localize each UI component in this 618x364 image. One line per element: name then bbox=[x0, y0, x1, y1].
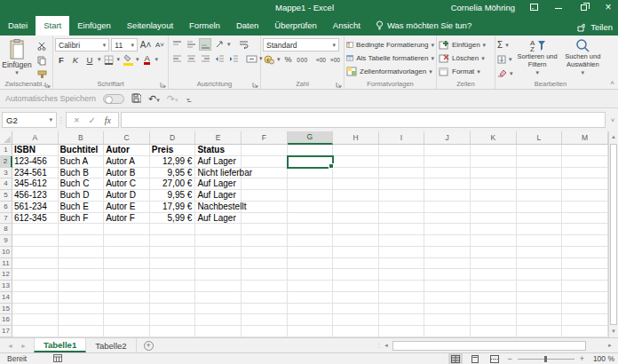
cell-B5[interactable]: Buch D bbox=[59, 190, 105, 202]
cell-J15[interactable] bbox=[424, 304, 471, 315]
zoom-slider-thumb[interactable] bbox=[544, 356, 547, 362]
cell-A16[interactable] bbox=[12, 314, 59, 326]
cell-B2[interactable]: Buch A bbox=[59, 156, 105, 168]
cell-L12[interactable] bbox=[517, 269, 563, 281]
zoom-slider[interactable] bbox=[518, 359, 574, 360]
autosave-toggle[interactable] bbox=[103, 94, 124, 104]
cell-A4[interactable]: 345-612 bbox=[12, 178, 59, 190]
cell-I7[interactable] bbox=[379, 213, 425, 225]
cell-D6[interactable]: 17,99 € bbox=[150, 202, 196, 213]
page-layout-view-button[interactable] bbox=[468, 353, 482, 364]
alignment-dialog-launcher-icon[interactable] bbox=[252, 82, 258, 88]
autosum-button[interactable]: Σ▾ bbox=[497, 38, 513, 51]
name-box[interactable]: G2▾ bbox=[2, 112, 57, 128]
cell-A3[interactable]: 234-561 bbox=[12, 168, 59, 179]
cell-E8[interactable] bbox=[195, 224, 242, 235]
cell-F5[interactable] bbox=[242, 190, 288, 202]
cell-M6[interactable] bbox=[562, 202, 608, 213]
cell-G4[interactable] bbox=[288, 178, 334, 190]
sheet-nav-left-icon[interactable]: ◄ bbox=[7, 343, 13, 349]
cell-F2[interactable] bbox=[242, 156, 288, 168]
cell-I10[interactable] bbox=[379, 247, 425, 258]
cell-B9[interactable] bbox=[59, 235, 105, 247]
cell-E15[interactable] bbox=[195, 304, 242, 315]
cell-I15[interactable] bbox=[379, 304, 425, 315]
cell-C5[interactable]: Autor D bbox=[104, 190, 150, 202]
row-header-6[interactable]: 6 bbox=[0, 202, 12, 213]
wrap-text-button[interactable] bbox=[238, 38, 250, 51]
confirm-entry-icon[interactable]: ✓ bbox=[88, 115, 95, 125]
column-header-K[interactable]: K bbox=[471, 131, 517, 145]
cell-D15[interactable] bbox=[150, 304, 196, 315]
cancel-entry-icon[interactable]: × bbox=[74, 115, 79, 125]
cell-D16[interactable] bbox=[150, 314, 196, 326]
column-header-D[interactable]: D bbox=[150, 131, 196, 145]
cell-H13[interactable] bbox=[333, 281, 379, 292]
cell-L11[interactable] bbox=[517, 258, 563, 270]
cell-H5[interactable] bbox=[333, 190, 379, 202]
cell-G3[interactable] bbox=[288, 168, 334, 179]
cell-D11[interactable] bbox=[150, 258, 196, 270]
font-color-button[interactable]: A bbox=[141, 53, 154, 66]
cell-L5[interactable] bbox=[517, 190, 563, 202]
cell-J16[interactable] bbox=[424, 314, 471, 326]
cell-I3[interactable] bbox=[379, 168, 425, 179]
horizontal-scroll-thumb[interactable] bbox=[392, 341, 586, 351]
decrease-decimal-button[interactable]: »00 bbox=[329, 53, 342, 66]
cell-L3[interactable] bbox=[517, 168, 563, 179]
cell-F13[interactable] bbox=[242, 281, 288, 292]
cell-H11[interactable] bbox=[333, 258, 379, 270]
bold-button[interactable]: F bbox=[55, 53, 67, 66]
cell-E1[interactable]: Status bbox=[195, 145, 242, 156]
tab-start[interactable]: Start bbox=[36, 16, 69, 36]
format-painter-button[interactable] bbox=[36, 68, 48, 81]
cell-M15[interactable] bbox=[562, 304, 608, 315]
tab-daten[interactable]: Daten bbox=[228, 16, 266, 36]
cell-B17[interactable] bbox=[59, 326, 105, 337]
cell-I4[interactable] bbox=[379, 178, 425, 190]
row-header-1[interactable]: 1 bbox=[0, 145, 12, 156]
cell-M4[interactable] bbox=[562, 178, 608, 190]
cell-E14[interactable] bbox=[195, 292, 242, 304]
scroll-right-icon[interactable]: ► bbox=[606, 343, 614, 348]
sheet-nav-right-icon[interactable]: ► bbox=[20, 343, 27, 349]
cell-K5[interactable] bbox=[471, 190, 517, 202]
cell-H9[interactable] bbox=[333, 235, 379, 247]
scroll-up-icon[interactable]: ▲ bbox=[609, 131, 618, 143]
cell-B15[interactable] bbox=[59, 304, 105, 315]
cell-C3[interactable]: Autor B bbox=[104, 168, 150, 179]
cell-J4[interactable] bbox=[424, 178, 471, 190]
cell-C8[interactable] bbox=[104, 224, 150, 235]
cell-D13[interactable] bbox=[150, 281, 196, 292]
cell-M10[interactable] bbox=[562, 247, 608, 258]
cell-E16[interactable] bbox=[195, 314, 242, 326]
cell-L2[interactable] bbox=[517, 156, 563, 168]
formula-input[interactable] bbox=[121, 112, 606, 128]
cell-G10[interactable] bbox=[288, 247, 334, 258]
cell-G2[interactable] bbox=[288, 156, 334, 168]
cell-D17[interactable] bbox=[150, 326, 196, 337]
paste-button[interactable]: Einfügen ▾ bbox=[2, 39, 32, 76]
merge-center-button[interactable] bbox=[245, 52, 258, 65]
cell-D14[interactable] bbox=[150, 292, 196, 304]
cell-I5[interactable] bbox=[379, 190, 425, 202]
cell-A12[interactable] bbox=[12, 269, 59, 281]
cell-I16[interactable] bbox=[379, 314, 425, 326]
cell-C2[interactable]: Autor A bbox=[104, 156, 150, 168]
cell-I13[interactable] bbox=[379, 281, 425, 292]
cell-D3[interactable]: 9,95 € bbox=[150, 168, 196, 179]
scroll-down-icon[interactable]: ▼ bbox=[609, 326, 618, 337]
cell-F9[interactable] bbox=[242, 235, 288, 247]
cell-J2[interactable] bbox=[424, 156, 471, 168]
row-header-2[interactable]: 2 bbox=[0, 156, 12, 168]
cell-D5[interactable]: 9,95 € bbox=[150, 190, 196, 202]
cell-M3[interactable] bbox=[562, 168, 608, 179]
select-all-corner[interactable] bbox=[0, 131, 12, 145]
cell-D9[interactable] bbox=[150, 235, 196, 247]
user-name[interactable]: Cornelia Möhring bbox=[451, 3, 515, 12]
cell-E3[interactable]: Nicht lieferbar bbox=[195, 168, 242, 179]
cell-D12[interactable] bbox=[150, 269, 196, 281]
cell-L9[interactable] bbox=[517, 235, 563, 247]
format-as-table-button[interactable]: Als Tabelle formatieren▾ bbox=[346, 51, 434, 65]
cell-G14[interactable] bbox=[288, 292, 334, 304]
